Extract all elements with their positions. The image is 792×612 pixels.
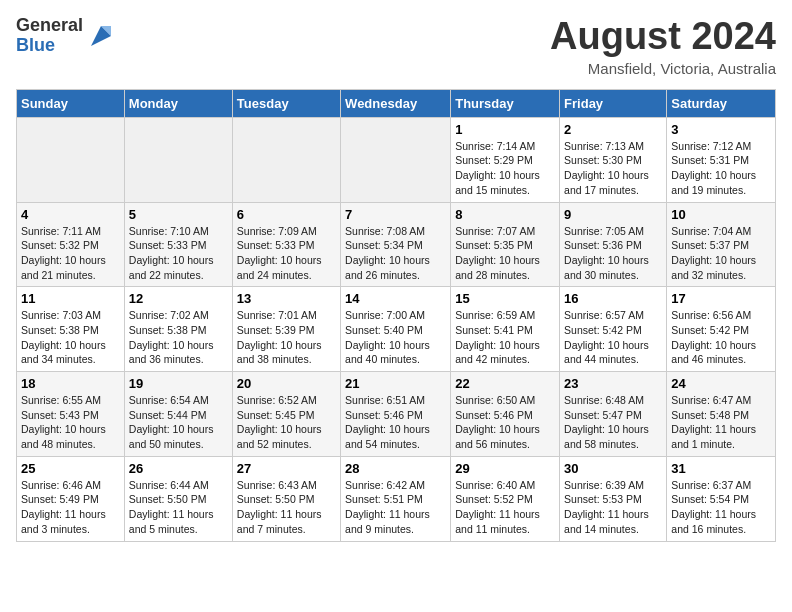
calendar-cell: 25Sunrise: 6:46 AMSunset: 5:49 PMDayligh… — [17, 456, 125, 541]
calendar-week-row: 11Sunrise: 7:03 AMSunset: 5:38 PMDayligh… — [17, 287, 776, 372]
day-info: Sunrise: 6:43 AMSunset: 5:50 PMDaylight:… — [237, 478, 336, 537]
day-info: Sunrise: 7:08 AMSunset: 5:34 PMDaylight:… — [345, 224, 446, 283]
calendar-cell: 4Sunrise: 7:11 AMSunset: 5:32 PMDaylight… — [17, 202, 125, 287]
column-header-sunday: Sunday — [17, 89, 125, 117]
page-header: General Blue August 2024 Mansfield, Vict… — [16, 16, 776, 77]
day-number: 30 — [564, 461, 662, 476]
day-info: Sunrise: 7:12 AMSunset: 5:31 PMDaylight:… — [671, 139, 771, 198]
day-number: 6 — [237, 207, 336, 222]
calendar-header-row: SundayMondayTuesdayWednesdayThursdayFrid… — [17, 89, 776, 117]
day-info: Sunrise: 6:51 AMSunset: 5:46 PMDaylight:… — [345, 393, 446, 452]
month-title: August 2024 — [550, 16, 776, 58]
calendar-cell: 23Sunrise: 6:48 AMSunset: 5:47 PMDayligh… — [560, 372, 667, 457]
day-number: 3 — [671, 122, 771, 137]
logo-blue: Blue — [16, 36, 83, 56]
day-number: 12 — [129, 291, 228, 306]
calendar-cell: 18Sunrise: 6:55 AMSunset: 5:43 PMDayligh… — [17, 372, 125, 457]
day-info: Sunrise: 7:02 AMSunset: 5:38 PMDaylight:… — [129, 308, 228, 367]
day-info: Sunrise: 7:07 AMSunset: 5:35 PMDaylight:… — [455, 224, 555, 283]
day-number: 23 — [564, 376, 662, 391]
day-number: 5 — [129, 207, 228, 222]
calendar-cell: 5Sunrise: 7:10 AMSunset: 5:33 PMDaylight… — [124, 202, 232, 287]
calendar-cell: 11Sunrise: 7:03 AMSunset: 5:38 PMDayligh… — [17, 287, 125, 372]
day-info: Sunrise: 6:37 AMSunset: 5:54 PMDaylight:… — [671, 478, 771, 537]
day-number: 11 — [21, 291, 120, 306]
calendar-cell — [232, 117, 340, 202]
column-header-saturday: Saturday — [667, 89, 776, 117]
calendar-cell: 21Sunrise: 6:51 AMSunset: 5:46 PMDayligh… — [341, 372, 451, 457]
column-header-wednesday: Wednesday — [341, 89, 451, 117]
calendar-cell: 22Sunrise: 6:50 AMSunset: 5:46 PMDayligh… — [451, 372, 560, 457]
calendar-cell: 9Sunrise: 7:05 AMSunset: 5:36 PMDaylight… — [560, 202, 667, 287]
day-info: Sunrise: 7:05 AMSunset: 5:36 PMDaylight:… — [564, 224, 662, 283]
calendar-cell: 27Sunrise: 6:43 AMSunset: 5:50 PMDayligh… — [232, 456, 340, 541]
calendar-cell — [17, 117, 125, 202]
day-number: 31 — [671, 461, 771, 476]
day-number: 20 — [237, 376, 336, 391]
day-number: 10 — [671, 207, 771, 222]
day-number: 25 — [21, 461, 120, 476]
day-number: 29 — [455, 461, 555, 476]
day-number: 17 — [671, 291, 771, 306]
day-number: 4 — [21, 207, 120, 222]
calendar-cell: 24Sunrise: 6:47 AMSunset: 5:48 PMDayligh… — [667, 372, 776, 457]
calendar-cell: 7Sunrise: 7:08 AMSunset: 5:34 PMDaylight… — [341, 202, 451, 287]
day-number: 8 — [455, 207, 555, 222]
day-number: 9 — [564, 207, 662, 222]
day-number: 18 — [21, 376, 120, 391]
title-block: August 2024 Mansfield, Victoria, Austral… — [550, 16, 776, 77]
calendar-cell: 17Sunrise: 6:56 AMSunset: 5:42 PMDayligh… — [667, 287, 776, 372]
calendar-cell: 19Sunrise: 6:54 AMSunset: 5:44 PMDayligh… — [124, 372, 232, 457]
day-number: 14 — [345, 291, 446, 306]
day-info: Sunrise: 6:59 AMSunset: 5:41 PMDaylight:… — [455, 308, 555, 367]
column-header-friday: Friday — [560, 89, 667, 117]
day-info: Sunrise: 6:44 AMSunset: 5:50 PMDaylight:… — [129, 478, 228, 537]
day-info: Sunrise: 7:00 AMSunset: 5:40 PMDaylight:… — [345, 308, 446, 367]
day-info: Sunrise: 6:48 AMSunset: 5:47 PMDaylight:… — [564, 393, 662, 452]
day-info: Sunrise: 7:14 AMSunset: 5:29 PMDaylight:… — [455, 139, 555, 198]
calendar-cell: 16Sunrise: 6:57 AMSunset: 5:42 PMDayligh… — [560, 287, 667, 372]
calendar-week-row: 25Sunrise: 6:46 AMSunset: 5:49 PMDayligh… — [17, 456, 776, 541]
calendar-week-row: 4Sunrise: 7:11 AMSunset: 5:32 PMDaylight… — [17, 202, 776, 287]
calendar-cell: 6Sunrise: 7:09 AMSunset: 5:33 PMDaylight… — [232, 202, 340, 287]
day-info: Sunrise: 6:39 AMSunset: 5:53 PMDaylight:… — [564, 478, 662, 537]
calendar-cell: 31Sunrise: 6:37 AMSunset: 5:54 PMDayligh… — [667, 456, 776, 541]
calendar-cell: 20Sunrise: 6:52 AMSunset: 5:45 PMDayligh… — [232, 372, 340, 457]
day-info: Sunrise: 6:55 AMSunset: 5:43 PMDaylight:… — [21, 393, 120, 452]
logo-general: General — [16, 16, 83, 36]
calendar-cell: 14Sunrise: 7:00 AMSunset: 5:40 PMDayligh… — [341, 287, 451, 372]
calendar-cell: 3Sunrise: 7:12 AMSunset: 5:31 PMDaylight… — [667, 117, 776, 202]
day-info: Sunrise: 6:42 AMSunset: 5:51 PMDaylight:… — [345, 478, 446, 537]
calendar-cell: 26Sunrise: 6:44 AMSunset: 5:50 PMDayligh… — [124, 456, 232, 541]
day-info: Sunrise: 7:11 AMSunset: 5:32 PMDaylight:… — [21, 224, 120, 283]
day-info: Sunrise: 7:01 AMSunset: 5:39 PMDaylight:… — [237, 308, 336, 367]
day-number: 24 — [671, 376, 771, 391]
calendar-cell: 1Sunrise: 7:14 AMSunset: 5:29 PMDaylight… — [451, 117, 560, 202]
calendar-cell: 2Sunrise: 7:13 AMSunset: 5:30 PMDaylight… — [560, 117, 667, 202]
day-number: 2 — [564, 122, 662, 137]
day-info: Sunrise: 6:57 AMSunset: 5:42 PMDaylight:… — [564, 308, 662, 367]
day-number: 13 — [237, 291, 336, 306]
day-info: Sunrise: 6:52 AMSunset: 5:45 PMDaylight:… — [237, 393, 336, 452]
day-info: Sunrise: 6:56 AMSunset: 5:42 PMDaylight:… — [671, 308, 771, 367]
day-info: Sunrise: 6:50 AMSunset: 5:46 PMDaylight:… — [455, 393, 555, 452]
calendar-cell — [341, 117, 451, 202]
day-info: Sunrise: 6:54 AMSunset: 5:44 PMDaylight:… — [129, 393, 228, 452]
day-number: 1 — [455, 122, 555, 137]
day-number: 19 — [129, 376, 228, 391]
day-info: Sunrise: 7:10 AMSunset: 5:33 PMDaylight:… — [129, 224, 228, 283]
day-number: 16 — [564, 291, 662, 306]
column-header-tuesday: Tuesday — [232, 89, 340, 117]
calendar-cell: 10Sunrise: 7:04 AMSunset: 5:37 PMDayligh… — [667, 202, 776, 287]
day-number: 15 — [455, 291, 555, 306]
logo: General Blue — [16, 16, 115, 56]
calendar-cell — [124, 117, 232, 202]
day-info: Sunrise: 6:40 AMSunset: 5:52 PMDaylight:… — [455, 478, 555, 537]
calendar-cell: 12Sunrise: 7:02 AMSunset: 5:38 PMDayligh… — [124, 287, 232, 372]
calendar-cell: 8Sunrise: 7:07 AMSunset: 5:35 PMDaylight… — [451, 202, 560, 287]
day-info: Sunrise: 6:47 AMSunset: 5:48 PMDaylight:… — [671, 393, 771, 452]
column-header-monday: Monday — [124, 89, 232, 117]
location: Mansfield, Victoria, Australia — [550, 60, 776, 77]
day-info: Sunrise: 7:03 AMSunset: 5:38 PMDaylight:… — [21, 308, 120, 367]
calendar-week-row: 18Sunrise: 6:55 AMSunset: 5:43 PMDayligh… — [17, 372, 776, 457]
